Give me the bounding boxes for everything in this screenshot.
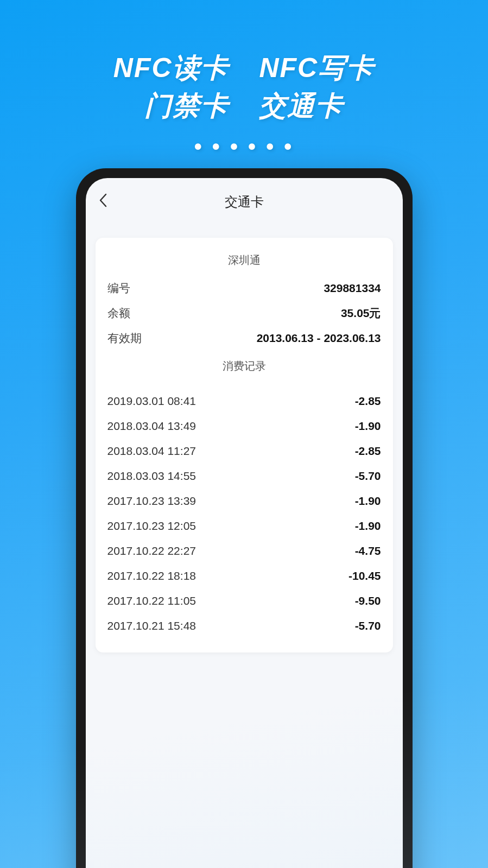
record-row[interactable]: 2017.10.22 11:05-9.50 [107,588,381,613]
app-header: 交通卡 [86,178,403,221]
record-date: 2017.10.22 11:05 [107,594,197,607]
hero-text-transit-card: 交通卡 [259,91,344,121]
record-date: 2017.10.23 12:05 [107,519,197,533]
records-title: 消费记录 [107,359,381,373]
record-amount: -9.50 [355,594,381,607]
record-row[interactable]: 2018.03.04 13:49-1.90 [107,414,381,439]
hero-line-2: 门禁卡 交通卡 [0,87,488,125]
record-amount: -4.75 [355,544,381,557]
record-row[interactable]: 2018.03.03 14:55-5.70 [107,464,381,489]
card-name: 深圳通 [107,253,381,268]
record-date: 2017.10.23 13:39 [107,495,197,508]
phone-frame: 交通卡 深圳通 编号 329881334 余额 35.05元 有效期 2013.… [76,168,413,868]
records-list: 2019.03.01 08:41-2.852018.03.04 13:49-1.… [107,389,381,638]
hero-text-access-card: 门禁卡 [144,91,229,121]
record-date: 2018.03.04 13:49 [107,420,197,433]
record-date: 2018.03.04 11:27 [107,445,197,458]
label-validity: 有效期 [107,331,142,346]
info-row-validity: 有效期 2013.06.13 - 2023.06.13 [107,331,381,346]
record-date: 2019.03.01 08:41 [107,395,197,408]
record-amount: -10.45 [348,569,381,582]
record-date: 2017.10.22 22:27 [107,544,197,557]
record-row[interactable]: 2017.10.22 22:27-4.75 [107,538,381,563]
record-date: 2017.10.21 15:48 [107,619,197,632]
back-button[interactable] [99,193,107,212]
record-amount: -1.90 [355,519,381,533]
record-row[interactable]: 2017.10.21 15:48-5.70 [107,613,381,638]
label-balance: 余额 [107,306,130,321]
hero-section: NFC读卡 NFC写卡 门禁卡 交通卡 • • • • • • [0,0,488,159]
record-amount: -2.85 [355,395,381,408]
value-validity: 2013.06.13 - 2023.06.13 [257,332,381,345]
record-date: 2018.03.03 14:55 [107,470,197,483]
label-id: 编号 [107,281,130,296]
record-row[interactable]: 2018.03.04 11:27-2.85 [107,439,381,464]
hero-text-nfc-read: NFC读卡 [113,53,229,83]
page-title: 交通卡 [97,193,392,211]
record-date: 2017.10.22 18:18 [107,569,197,582]
record-amount: -1.90 [355,420,381,433]
hero-dots: • • • • • • [0,135,488,159]
record-amount: -5.70 [355,470,381,483]
card-panel: 深圳通 编号 329881334 余额 35.05元 有效期 2013.06.1… [96,238,393,652]
value-id: 329881334 [324,282,381,295]
info-row-balance: 余额 35.05元 [107,306,381,321]
record-amount: -1.90 [355,495,381,508]
info-row-id: 编号 329881334 [107,281,381,296]
phone-screen: 交通卡 深圳通 编号 329881334 余额 35.05元 有效期 2013.… [86,178,403,868]
value-balance: 35.05元 [341,306,381,321]
record-amount: -2.85 [355,445,381,458]
record-row[interactable]: 2019.03.01 08:41-2.85 [107,389,381,414]
hero-line-1: NFC读卡 NFC写卡 [0,49,488,87]
record-row[interactable]: 2017.10.23 13:39-1.90 [107,489,381,514]
hero-text-nfc-write: NFC写卡 [259,53,375,83]
chevron-left-icon [99,193,107,208]
record-amount: -5.70 [355,619,381,632]
record-row[interactable]: 2017.10.23 12:05-1.90 [107,514,381,538]
record-row[interactable]: 2017.10.22 18:18-10.45 [107,563,381,588]
